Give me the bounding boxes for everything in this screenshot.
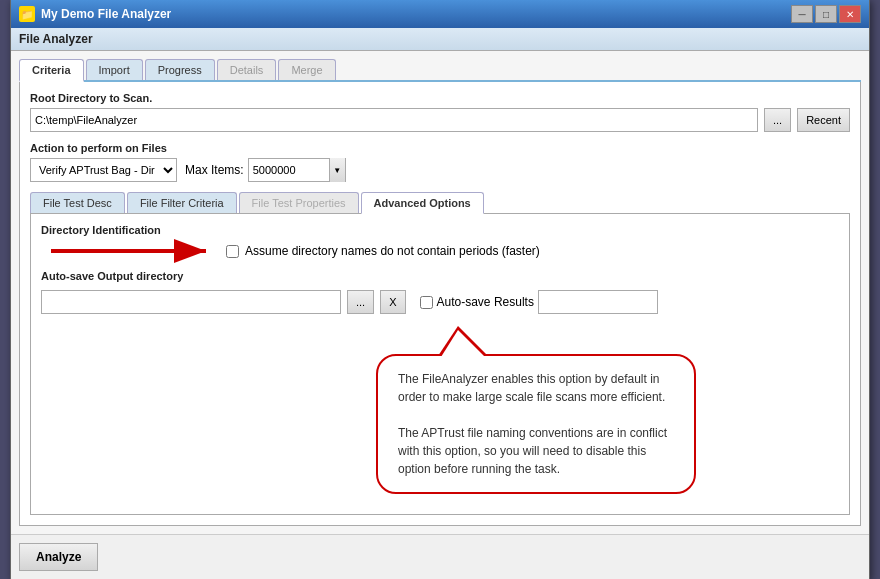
checkbox-container: Assume directory names do not contain pe… bbox=[226, 244, 540, 258]
root-directory-input[interactable] bbox=[30, 108, 758, 132]
section-header: File Analyzer bbox=[11, 28, 869, 51]
callout-area: The FileAnalyzer enables this option by … bbox=[41, 324, 839, 504]
action-select[interactable]: Verify APTrust Bag - Dir bbox=[31, 159, 176, 181]
tab-merge[interactable]: Merge bbox=[278, 59, 335, 80]
autosave-clear-button[interactable]: X bbox=[380, 290, 405, 314]
root-directory-label: Root Directory to Scan. bbox=[30, 92, 850, 104]
window-controls: ─ □ ✕ bbox=[791, 5, 861, 23]
spinner-button[interactable]: ▼ bbox=[329, 158, 345, 182]
inner-panel: Directory Identification bbox=[30, 214, 850, 515]
red-arrow-icon bbox=[41, 236, 221, 266]
tab-import[interactable]: Import bbox=[86, 59, 143, 80]
callout-text-2: The APTrust file naming conventions are … bbox=[398, 424, 674, 478]
browse-button[interactable]: ... bbox=[764, 108, 791, 132]
directory-checkbox[interactable] bbox=[226, 245, 239, 258]
maximize-button[interactable]: □ bbox=[815, 5, 837, 23]
action-section: Action to perform on Files Verify APTrus… bbox=[30, 142, 850, 182]
title-bar-left: 📁 My Demo File Analyzer bbox=[19, 6, 171, 22]
autosave-results-group: Auto-save Results bbox=[420, 290, 658, 314]
main-window: 📁 My Demo File Analyzer ─ □ ✕ File Analy… bbox=[10, 0, 870, 579]
max-items-group: Max Items: ▼ bbox=[185, 158, 346, 182]
action-dropdown[interactable]: Verify APTrust Bag - Dir bbox=[30, 158, 177, 182]
window-icon: 📁 bbox=[19, 6, 35, 22]
tab-criteria[interactable]: Criteria bbox=[19, 59, 84, 82]
autosave-section-title: Auto-save Output directory bbox=[41, 270, 839, 282]
close-button[interactable]: ✕ bbox=[839, 5, 861, 23]
inner-tabs: File Test Desc File Filter Criteria File… bbox=[30, 192, 850, 214]
inner-tab-advanced-options[interactable]: Advanced Options bbox=[361, 192, 484, 214]
max-items-label: Max Items: bbox=[185, 163, 244, 177]
window-title: My Demo File Analyzer bbox=[41, 7, 171, 21]
callout-balloon: The FileAnalyzer enables this option by … bbox=[376, 354, 696, 494]
autosave-browse-button[interactable]: ... bbox=[347, 290, 374, 314]
main-tabs: Criteria Import Progress Details Merge bbox=[19, 59, 861, 82]
root-directory-section: Root Directory to Scan. ... Recent bbox=[30, 92, 850, 132]
max-items-input-wrapper: ▼ bbox=[248, 158, 346, 182]
directory-section-title: Directory Identification bbox=[41, 224, 839, 236]
inner-tab-file-test-desc[interactable]: File Test Desc bbox=[30, 192, 125, 213]
bottom-bar: Analyze bbox=[11, 534, 869, 579]
tab-progress[interactable]: Progress bbox=[145, 59, 215, 80]
autosave-results-label: Auto-save Results bbox=[437, 295, 534, 309]
autosave-results-input[interactable] bbox=[538, 290, 658, 314]
root-directory-row: ... Recent bbox=[30, 108, 850, 132]
inner-tab-file-test-props[interactable]: File Test Properties bbox=[239, 192, 359, 213]
inner-tab-file-filter[interactable]: File Filter Criteria bbox=[127, 192, 237, 213]
directory-checkbox-label: Assume directory names do not contain pe… bbox=[245, 244, 540, 258]
main-content: Criteria Import Progress Details Merge R… bbox=[11, 51, 869, 534]
analyze-button[interactable]: Analyze bbox=[19, 543, 98, 571]
autosave-row: ... X Auto-save Results bbox=[41, 290, 839, 314]
title-bar: 📁 My Demo File Analyzer ─ □ ✕ bbox=[11, 0, 869, 28]
panel-content: Directory Identification bbox=[41, 224, 839, 504]
callout-text-1: The FileAnalyzer enables this option by … bbox=[398, 370, 674, 406]
autosave-input[interactable] bbox=[41, 290, 341, 314]
minimize-button[interactable]: ─ bbox=[791, 5, 813, 23]
recent-button[interactable]: Recent bbox=[797, 108, 850, 132]
tab-details[interactable]: Details bbox=[217, 59, 277, 80]
action-row: Verify APTrust Bag - Dir Max Items: ▼ bbox=[30, 158, 850, 182]
action-label: Action to perform on Files bbox=[30, 142, 850, 154]
autosave-section: Auto-save Output directory ... X Auto-sa… bbox=[41, 270, 839, 314]
max-items-input[interactable] bbox=[249, 159, 329, 181]
autosave-results-checkbox[interactable] bbox=[420, 296, 433, 309]
